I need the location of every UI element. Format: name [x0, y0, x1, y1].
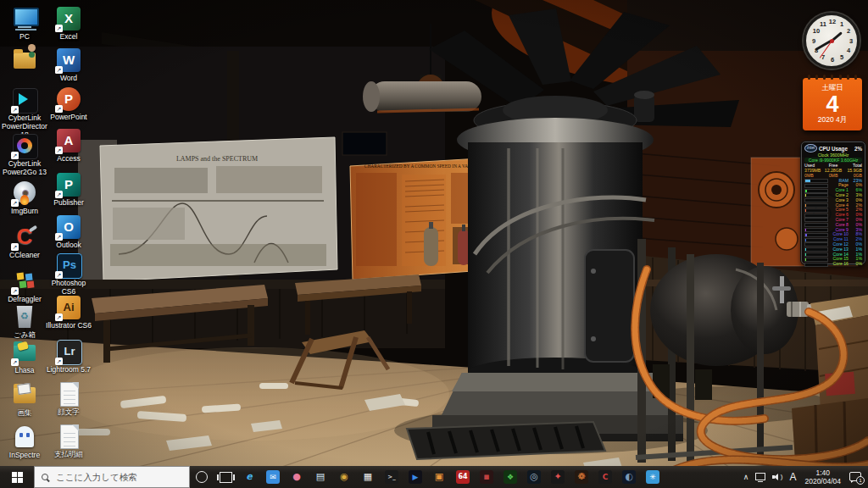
tray-clock[interactable]: 1:40 2020/04/04	[799, 469, 846, 485]
taskbar-app-globe[interactable]: ◐	[617, 466, 641, 488]
text-document-icon	[55, 380, 82, 408]
analog-clock-widget[interactable]: 12 1 2 3 4 5 6 7 8 9 10 11	[804, 13, 860, 69]
calendar-binding-rings	[808, 75, 857, 80]
taskbar-app-paint[interactable]: ●	[285, 466, 309, 488]
search-input[interactable]	[54, 471, 182, 483]
desktop-icon-outlook[interactable]: O Outlook	[44, 214, 93, 250]
taskbar-app-calculator[interactable]: ▦	[356, 466, 380, 488]
shortcut-arrow-badge	[11, 199, 19, 207]
shortcut-arrow-badge	[55, 25, 63, 32]
pet-app-icon: ❁	[575, 470, 588, 484]
calendar-widget[interactable]: 土曜日 4 2020 4月	[803, 78, 862, 130]
desktop-icon-defraggler[interactable]: Defraggler	[0, 268, 49, 304]
tray-date: 2020/04/04	[804, 477, 841, 485]
taskbar-app-emulator-64[interactable]: 64	[451, 466, 475, 488]
calendar-month-year: 2020 4月	[803, 115, 862, 125]
desktop-icon-label: Excel	[44, 33, 93, 42]
taskbar-app-manual-book[interactable]: ▣	[427, 466, 451, 488]
desktop-icon-user-folder[interactable]	[0, 47, 49, 75]
paint-app-icon: ●	[290, 470, 303, 484]
taskbar-app-pet[interactable]: ❁	[570, 466, 593, 488]
tray-volume-icon[interactable]: )	[769, 466, 786, 488]
tray-time: 1:40	[815, 469, 830, 477]
desktop-icon-photoshop[interactable]: Ps Photoshop CS6	[44, 252, 93, 297]
shortcut-arrow-badge	[11, 243, 19, 251]
cortana-button[interactable]	[190, 466, 214, 488]
taskbar-app-internet-explorer[interactable]: e	[237, 466, 261, 488]
desktop-icon-label: Lightroom 5.7	[44, 366, 93, 374]
desktop-icon-label: InSpectre	[0, 452, 49, 460]
pc-icon	[11, 5, 38, 32]
desktop-icon-label: Word	[44, 75, 93, 83]
action-center-icon[interactable]: 1	[849, 472, 861, 482]
tray-ime-indicator[interactable]: A	[786, 466, 799, 488]
taskbar-app-retro[interactable]: ▪	[475, 466, 498, 488]
taskbar-app-camera-lens[interactable]: ◎	[522, 466, 546, 488]
desktop-icon-label: Publisher	[44, 199, 93, 208]
manual-book-icon: ▣	[432, 470, 446, 484]
desktop-icon-meisai-doc[interactable]: 支払明細	[44, 423, 93, 459]
desktop-screen: LAMPS and the SPECTRUM CHARACTERIZED BY …	[0, 0, 868, 488]
shortcut-arrow-badge	[11, 106, 19, 114]
desktop-icon-art-folder[interactable]: 画集	[0, 381, 49, 418]
shortcut-arrow-badge	[55, 191, 63, 198]
globe-app-icon: ◐	[622, 470, 636, 484]
inspectre-ghost-icon	[11, 424, 38, 451]
desktop-icon-kaomoji-doc[interactable]: 顔文字	[44, 380, 93, 417]
clock-numeral: 5	[837, 53, 846, 61]
taskbar-app-help-viewer[interactable]: ◉	[332, 466, 356, 488]
desktop-icon-word[interactable]: W Word	[44, 47, 93, 83]
calculator-icon: ▦	[361, 470, 375, 484]
snowflake-app-icon: ✳	[646, 470, 659, 484]
desktop-icon-recycle-bin[interactable]: ごみ箱	[0, 303, 49, 340]
art-folder-icon	[11, 381, 38, 408]
clock-face: 12 1 2 3 4 5 6 7 8 9 10 11	[804, 13, 860, 69]
system-tray: ∧ ) A 1:40 2020/04/04 1	[740, 466, 868, 488]
taskbar-app-tool-c[interactable]: C	[593, 466, 617, 488]
taskbar-app-media-player[interactable]: ▶	[403, 466, 427, 488]
desktop-icon-powerpoint[interactable]: P PowerPoint	[44, 86, 93, 122]
desktop-icon-ccleaner[interactable]: C CCleaner	[0, 224, 49, 260]
tray-network-icon[interactable]	[752, 466, 769, 488]
desktop-icon-power2go[interactable]: CyberLink Power2Go 13	[0, 132, 49, 177]
notepad-icon: ▤	[314, 470, 327, 484]
intel-logo-icon: intel	[804, 144, 817, 152]
retro-app-icon: ▪	[480, 470, 493, 484]
cpu-meter-gadget[interactable]: intel CPU Usage 2% Clock 3600MHz Core i9…	[801, 141, 865, 264]
wallpaper: LAMPS and the SPECTRUM CHARACTERIZED BY …	[0, 0, 868, 488]
desktop-icon-powerdirector[interactable]: CyberLink PowerDirector 18	[0, 86, 49, 139]
clock-numeral: 9	[810, 37, 818, 45]
taskbar: e ✉ ● ▤ ◉ ▦ >_ ▶ ▣ 64 ▪ ❖ ◎ ✦ ❁ C ◐ ✳ ∧ …	[0, 466, 868, 488]
publisher-icon: P	[55, 171, 82, 198]
recycle-bin-icon	[11, 303, 38, 330]
taskbar-app-command-prompt[interactable]: >_	[380, 466, 403, 488]
desktop-icon-pc[interactable]: PC	[0, 5, 49, 42]
taskbar-app-notepad[interactable]: ▤	[309, 466, 332, 488]
desktop-icon-excel[interactable]: X Excel	[44, 5, 93, 42]
desktop-icon-illustrator[interactable]: Ai Illustrator CS6	[44, 294, 93, 330]
taskbar-app-mail[interactable]: ✉	[261, 466, 285, 488]
taskbar-app-emulator-green[interactable]: ❖	[498, 466, 522, 488]
camera-lens-icon: ◎	[527, 470, 541, 484]
desktop-icon-publisher[interactable]: P Publisher	[44, 171, 93, 208]
taskbar-search-box[interactable]	[34, 466, 190, 488]
desktop-icon-label: ImgBurn	[0, 208, 49, 216]
cpu-gadget-title: CPU Usage	[819, 146, 848, 152]
taskbar-app-game[interactable]: ✦	[546, 466, 570, 488]
windows-logo-icon	[12, 472, 23, 483]
taskbar-app-snowflake[interactable]: ✳	[641, 466, 665, 488]
illustrator-icon: Ai	[55, 294, 82, 321]
desktop-icon-access[interactable]: A Access	[44, 127, 93, 164]
shortcut-arrow-badge	[55, 271, 63, 279]
desktop-icon-label: 画集	[0, 409, 49, 418]
internet-explorer-icon: e	[242, 470, 256, 484]
start-button[interactable]	[0, 466, 34, 488]
desktop-icon-lightroom[interactable]: Lr Lightroom 5.7	[44, 338, 93, 374]
imgburn-icon	[11, 180, 38, 207]
desktop-icon-imgburn[interactable]: ImgBurn	[0, 180, 49, 216]
task-view-button[interactable]	[214, 466, 237, 488]
desktop-icon-lhasa[interactable]: Lhasa	[0, 339, 49, 375]
tray-chevron-up-icon[interactable]: ∧	[740, 466, 753, 488]
desktop-icon-inspectre[interactable]: InSpectre	[0, 424, 49, 460]
vignette	[0, 0, 868, 488]
